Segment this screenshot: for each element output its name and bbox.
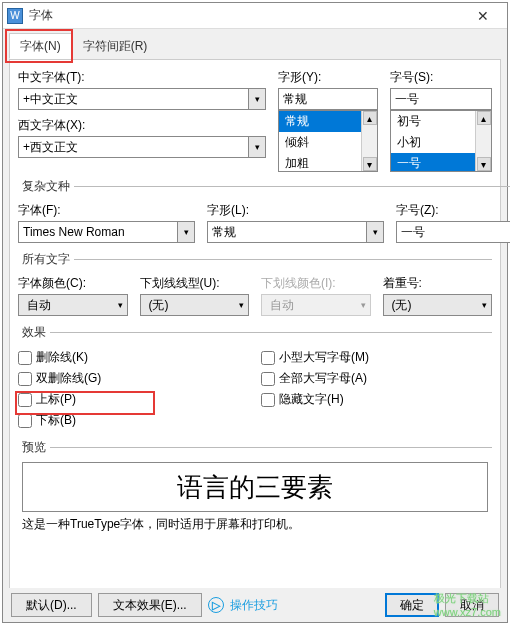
checkbox-all-caps[interactable]: 全部大写字母(A) [261,368,492,389]
chevron-down-icon: ▾ [239,300,244,310]
button-bar: 默认(D)... 文本效果(E)... ▷ 操作技巧 确定 取消 [3,588,507,622]
chinese-font-dropdown-button[interactable]: ▾ [248,88,266,110]
chevron-down-icon: ▾ [482,300,487,310]
style-scrollbar[interactable]: ▴ ▾ [361,111,377,171]
checkbox-strike[interactable]: 删除线(K) [18,347,249,368]
tab-spacing[interactable]: 字符间距(R) [72,33,159,59]
scroll-down-icon[interactable]: ▾ [477,157,491,171]
close-button[interactable]: ✕ [463,8,503,24]
complex-font-combobox[interactable]: ▾ [18,221,195,243]
superscript-label: 上标(P) [36,391,76,408]
complex-font-input[interactable] [18,221,177,243]
label-western-font: 西文字体(X): [18,116,266,134]
emphasis-select[interactable]: (无)▾ [383,294,493,316]
size-listbox[interactable]: 初号 小初 一号 ▴ ▾ [390,110,492,172]
chevron-down-icon: ▾ [255,142,260,152]
hidden-checkbox[interactable] [261,393,275,407]
all-text-group: 所有文字 字体颜色(C): 自动▾ 下划线线型(U): (无)▾ 下划线颜色(I… [18,251,492,318]
label-style: 字形(Y): [278,68,378,86]
hidden-label: 隐藏文字(H) [279,391,344,408]
scroll-up-icon[interactable]: ▴ [477,111,491,125]
titlebar: W 字体 ✕ [3,3,507,29]
western-font-input[interactable] [18,136,248,158]
label-underline: 下划线线型(U): [140,274,250,292]
label-size-z: 字号(Z): [396,201,510,219]
complex-size-combobox[interactable]: ▾ [396,221,510,243]
label-emphasis: 着重号: [383,274,493,292]
ok-button[interactable]: 确定 [385,593,439,617]
double-strike-label: 双删除线(G) [36,370,101,387]
preview-legend: 预览 [18,439,50,456]
western-font-dropdown-button[interactable]: ▾ [248,136,266,158]
complex-font-dropdown-button[interactable]: ▾ [177,221,195,243]
strike-checkbox[interactable] [18,351,32,365]
font-color-select[interactable]: 自动▾ [18,294,128,316]
all-caps-label: 全部大写字母(A) [279,370,367,387]
style-listbox[interactable]: 常规 倾斜 加粗 ▴ ▾ [278,110,378,172]
dialog-content: 中文字体(T): ▾ 西文字体(X): ▾ 字形(Y): 常规 倾斜 [9,59,501,606]
scroll-down-icon[interactable]: ▾ [363,157,377,171]
underline-value: (无) [149,297,169,314]
underline-color-value: 自动 [270,297,294,314]
complex-style-input[interactable] [207,221,366,243]
size-input[interactable] [390,88,492,110]
chevron-down-icon: ▾ [373,227,378,237]
preview-box: 语言的三要素 [22,462,488,512]
checkbox-superscript[interactable]: 上标(P) [18,389,249,410]
style-input[interactable] [278,88,378,110]
chevron-down-icon: ▾ [361,300,366,310]
emphasis-value: (无) [392,297,412,314]
checkbox-hidden[interactable]: 隐藏文字(H) [261,389,492,410]
checkbox-double-strike[interactable]: 双删除线(G) [18,368,249,389]
underline-select[interactable]: (无)▾ [140,294,250,316]
effects-legend: 效果 [18,324,50,341]
double-strike-checkbox[interactable] [18,372,32,386]
font-color-value: 自动 [27,297,51,314]
label-underline-color: 下划线颜色(I): [261,274,371,292]
text-effects-button[interactable]: 文本效果(E)... [98,593,202,617]
chevron-down-icon: ▾ [255,94,260,104]
checkbox-subscript[interactable]: 下标(B) [18,410,249,431]
tips-link[interactable]: 操作技巧 [230,597,278,614]
tab-bar: 字体(N) 字符间距(R) [3,29,507,59]
preview-group: 预览 语言的三要素 这是一种TrueType字体，同时适用于屏幕和打印机。 [18,439,492,537]
chinese-font-input[interactable] [18,88,248,110]
preview-description: 这是一种TrueType字体，同时适用于屏幕和打印机。 [18,512,492,535]
subscript-checkbox[interactable] [18,414,32,428]
label-chinese-font: 中文字体(T): [18,68,266,86]
complex-script-group: 复杂文种 字体(F): ▾ 字形(L): ▾ 字 [18,178,510,245]
chinese-font-combobox[interactable]: ▾ [18,88,266,110]
preview-text: 语言的三要素 [177,470,333,505]
complex-style-dropdown-button[interactable]: ▾ [366,221,384,243]
complex-size-input[interactable] [396,221,510,243]
label-font-color: 字体颜色(C): [18,274,128,292]
size-scrollbar[interactable]: ▴ ▾ [475,111,491,171]
all-text-legend: 所有文字 [18,251,74,268]
complex-style-combobox[interactable]: ▾ [207,221,384,243]
subscript-label: 下标(B) [36,412,76,429]
underline-color-select: 自动▾ [261,294,371,316]
tips-icon: ▷ [208,597,224,613]
label-font-f: 字体(F): [18,201,195,219]
checkbox-small-caps[interactable]: 小型大写字母(M) [261,347,492,368]
label-size: 字号(S): [390,68,492,86]
superscript-checkbox[interactable] [18,393,32,407]
chevron-down-icon: ▾ [118,300,123,310]
default-button[interactable]: 默认(D)... [11,593,92,617]
all-caps-checkbox[interactable] [261,372,275,386]
small-caps-checkbox[interactable] [261,351,275,365]
tab-font[interactable]: 字体(N) [9,33,72,59]
dialog-title: 字体 [29,7,463,24]
watermark: 极光下载站 www.xz7.com [434,591,501,618]
small-caps-label: 小型大写字母(M) [279,349,369,366]
strike-label: 删除线(K) [36,349,88,366]
label-style-l: 字形(L): [207,201,384,219]
font-dialog: W 字体 ✕ 字体(N) 字符间距(R) 中文字体(T): ▾ 西文字体(X):… [2,2,508,623]
complex-legend: 复杂文种 [18,178,74,195]
scroll-up-icon[interactable]: ▴ [363,111,377,125]
western-font-combobox[interactable]: ▾ [18,136,266,158]
effects-group: 效果 删除线(K) 双删除线(G) 上标(P) 下标(B) 小型大写字母(M) … [18,324,492,433]
app-icon: W [7,8,23,24]
chevron-down-icon: ▾ [184,227,189,237]
